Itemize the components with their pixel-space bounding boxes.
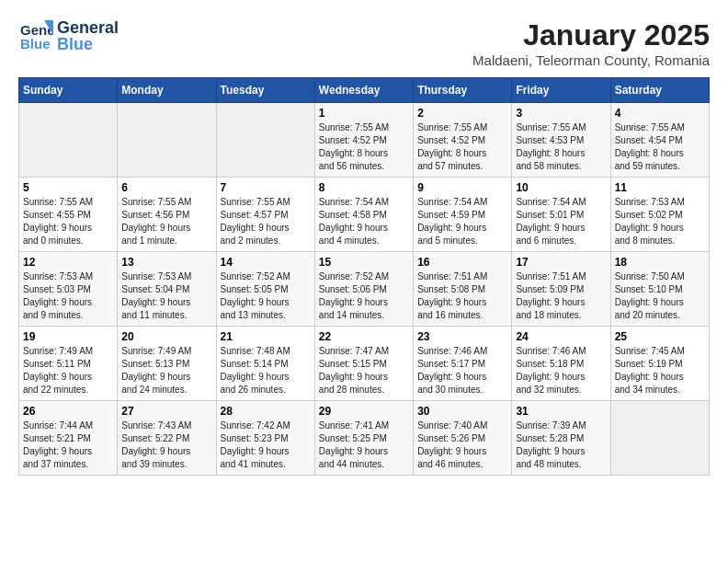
day-info: Sunrise: 7:39 AM Sunset: 5:28 PM Dayligh… <box>516 419 606 471</box>
day-info: Sunrise: 7:54 AM Sunset: 5:01 PM Dayligh… <box>516 196 606 247</box>
day-number: 14 <box>221 256 311 269</box>
day-info: Sunrise: 7:52 AM Sunset: 5:06 PM Dayligh… <box>319 270 409 322</box>
day-number: 24 <box>516 330 606 343</box>
day-number: 21 <box>221 330 311 343</box>
day-number: 11 <box>615 181 705 194</box>
day-number: 5 <box>23 181 113 194</box>
logo-blue: Blue <box>57 36 119 52</box>
day-info: Sunrise: 7:49 AM Sunset: 5:13 PM Dayligh… <box>121 345 211 396</box>
header-sunday: Sunday <box>19 78 118 103</box>
calendar-cell: 18Sunrise: 7:50 AM Sunset: 5:10 PM Dayli… <box>610 252 709 327</box>
day-info: Sunrise: 7:44 AM Sunset: 5:21 PM Dayligh… <box>23 419 113 471</box>
calendar-cell: 16Sunrise: 7:51 AM Sunset: 5:08 PM Dayli… <box>414 252 512 327</box>
day-info: Sunrise: 7:46 AM Sunset: 5:18 PM Dayligh… <box>516 345 606 396</box>
day-number: 12 <box>23 256 113 269</box>
day-info: Sunrise: 7:40 AM Sunset: 5:26 PM Dayligh… <box>417 419 507 471</box>
day-info: Sunrise: 7:45 AM Sunset: 5:19 PM Dayligh… <box>615 345 705 396</box>
calendar-cell: 15Sunrise: 7:52 AM Sunset: 5:06 PM Dayli… <box>314 252 413 327</box>
day-number: 31 <box>516 405 606 418</box>
day-info: Sunrise: 7:47 AM Sunset: 5:15 PM Dayligh… <box>319 345 409 396</box>
day-info: Sunrise: 7:50 AM Sunset: 5:10 PM Dayligh… <box>615 270 705 322</box>
calendar-table: SundayMondayTuesdayWednesdayThursdayFrid… <box>18 77 710 476</box>
logo-text: General Blue <box>57 19 119 52</box>
page-header: Gene Blue General Blue January 2025 Mald… <box>18 18 710 68</box>
day-number: 6 <box>121 181 211 194</box>
calendar-cell: 17Sunrise: 7:51 AM Sunset: 5:09 PM Dayli… <box>512 252 610 327</box>
day-info: Sunrise: 7:48 AM Sunset: 5:14 PM Dayligh… <box>221 345 311 396</box>
day-info: Sunrise: 7:54 AM Sunset: 4:58 PM Dayligh… <box>319 196 409 247</box>
svg-text:Blue: Blue <box>20 36 51 52</box>
header-row: SundayMondayTuesdayWednesdayThursdayFrid… <box>19 78 710 103</box>
calendar-cell: 24Sunrise: 7:46 AM Sunset: 5:18 PM Dayli… <box>512 327 610 401</box>
header-saturday: Saturday <box>610 78 709 103</box>
day-info: Sunrise: 7:55 AM Sunset: 4:52 PM Dayligh… <box>319 121 409 173</box>
calendar-cell: 1Sunrise: 7:55 AM Sunset: 4:52 PM Daylig… <box>314 103 413 178</box>
week-row-3: 12Sunrise: 7:53 AM Sunset: 5:03 PM Dayli… <box>19 252 710 327</box>
day-number: 7 <box>221 181 311 194</box>
day-number: 30 <box>417 405 507 418</box>
week-row-2: 5Sunrise: 7:55 AM Sunset: 4:55 PM Daylig… <box>19 178 710 252</box>
calendar-cell: 23Sunrise: 7:46 AM Sunset: 5:17 PM Dayli… <box>414 327 512 401</box>
calendar-cell: 7Sunrise: 7:55 AM Sunset: 4:57 PM Daylig… <box>216 178 314 252</box>
day-number: 20 <box>121 330 211 343</box>
day-number: 4 <box>615 107 705 120</box>
day-info: Sunrise: 7:53 AM Sunset: 5:04 PM Dayligh… <box>121 270 211 322</box>
day-info: Sunrise: 7:55 AM Sunset: 4:56 PM Dayligh… <box>121 196 211 247</box>
day-number: 26 <box>23 405 113 418</box>
title-block: January 2025 Maldaeni, Teleorman County,… <box>472 18 710 68</box>
week-row-4: 19Sunrise: 7:49 AM Sunset: 5:11 PM Dayli… <box>19 327 710 401</box>
calendar-cell: 8Sunrise: 7:54 AM Sunset: 4:58 PM Daylig… <box>314 178 413 252</box>
calendar-cell: 21Sunrise: 7:48 AM Sunset: 5:14 PM Dayli… <box>216 327 314 401</box>
header-thursday: Thursday <box>414 78 512 103</box>
header-friday: Friday <box>512 78 610 103</box>
location-subtitle: Maldaeni, Teleorman County, Romania <box>472 52 710 68</box>
calendar-cell: 26Sunrise: 7:44 AM Sunset: 5:21 PM Dayli… <box>19 401 118 476</box>
day-info: Sunrise: 7:52 AM Sunset: 5:05 PM Dayligh… <box>221 270 311 322</box>
calendar-cell: 2Sunrise: 7:55 AM Sunset: 4:52 PM Daylig… <box>414 103 512 178</box>
day-number: 3 <box>516 107 606 120</box>
day-number: 8 <box>319 181 409 194</box>
week-row-5: 26Sunrise: 7:44 AM Sunset: 5:21 PM Dayli… <box>19 401 710 476</box>
day-number: 27 <box>121 405 211 418</box>
day-info: Sunrise: 7:55 AM Sunset: 4:53 PM Dayligh… <box>516 121 606 173</box>
day-number: 28 <box>221 405 311 418</box>
calendar-cell: 13Sunrise: 7:53 AM Sunset: 5:04 PM Dayli… <box>118 252 216 327</box>
calendar-cell: 9Sunrise: 7:54 AM Sunset: 4:59 PM Daylig… <box>414 178 512 252</box>
calendar-cell: 6Sunrise: 7:55 AM Sunset: 4:56 PM Daylig… <box>118 178 216 252</box>
day-number: 13 <box>121 256 211 269</box>
calendar-cell: 25Sunrise: 7:45 AM Sunset: 5:19 PM Dayli… <box>610 327 709 401</box>
day-info: Sunrise: 7:41 AM Sunset: 5:25 PM Dayligh… <box>319 419 409 471</box>
day-info: Sunrise: 7:54 AM Sunset: 4:59 PM Dayligh… <box>417 196 507 247</box>
day-info: Sunrise: 7:53 AM Sunset: 5:03 PM Dayligh… <box>23 270 113 322</box>
calendar-cell: 10Sunrise: 7:54 AM Sunset: 5:01 PM Dayli… <box>512 178 610 252</box>
calendar-cell: 12Sunrise: 7:53 AM Sunset: 5:03 PM Dayli… <box>19 252 118 327</box>
calendar-cell <box>610 401 709 476</box>
day-number: 22 <box>319 330 409 343</box>
logo-general: General <box>57 19 119 36</box>
day-number: 10 <box>516 181 606 194</box>
day-info: Sunrise: 7:49 AM Sunset: 5:11 PM Dayligh… <box>23 345 113 396</box>
day-number: 25 <box>615 330 705 343</box>
calendar-cell: 30Sunrise: 7:40 AM Sunset: 5:26 PM Dayli… <box>414 401 512 476</box>
day-info: Sunrise: 7:55 AM Sunset: 4:57 PM Dayligh… <box>221 196 311 247</box>
day-number: 16 <box>417 256 507 269</box>
calendar-cell: 31Sunrise: 7:39 AM Sunset: 5:28 PM Dayli… <box>512 401 610 476</box>
day-number: 17 <box>516 256 606 269</box>
calendar-cell: 14Sunrise: 7:52 AM Sunset: 5:05 PM Dayli… <box>216 252 314 327</box>
calendar-cell: 20Sunrise: 7:49 AM Sunset: 5:13 PM Dayli… <box>118 327 216 401</box>
header-wednesday: Wednesday <box>314 78 413 103</box>
calendar-cell: 11Sunrise: 7:53 AM Sunset: 5:02 PM Dayli… <box>610 178 709 252</box>
day-info: Sunrise: 7:53 AM Sunset: 5:02 PM Dayligh… <box>615 196 705 247</box>
calendar-cell <box>19 103 118 178</box>
day-info: Sunrise: 7:55 AM Sunset: 4:55 PM Dayligh… <box>23 196 113 247</box>
day-info: Sunrise: 7:46 AM Sunset: 5:17 PM Dayligh… <box>417 345 507 396</box>
calendar-header: SundayMondayTuesdayWednesdayThursdayFrid… <box>19 78 710 103</box>
day-info: Sunrise: 7:51 AM Sunset: 5:08 PM Dayligh… <box>417 270 507 322</box>
calendar-cell: 27Sunrise: 7:43 AM Sunset: 5:22 PM Dayli… <box>118 401 216 476</box>
calendar-cell <box>118 103 216 178</box>
header-monday: Monday <box>118 78 216 103</box>
calendar-cell: 29Sunrise: 7:41 AM Sunset: 5:25 PM Dayli… <box>314 401 413 476</box>
calendar-cell: 4Sunrise: 7:55 AM Sunset: 4:54 PM Daylig… <box>610 103 709 178</box>
calendar-cell: 3Sunrise: 7:55 AM Sunset: 4:53 PM Daylig… <box>512 103 610 178</box>
week-row-1: 1Sunrise: 7:55 AM Sunset: 4:52 PM Daylig… <box>19 103 710 178</box>
